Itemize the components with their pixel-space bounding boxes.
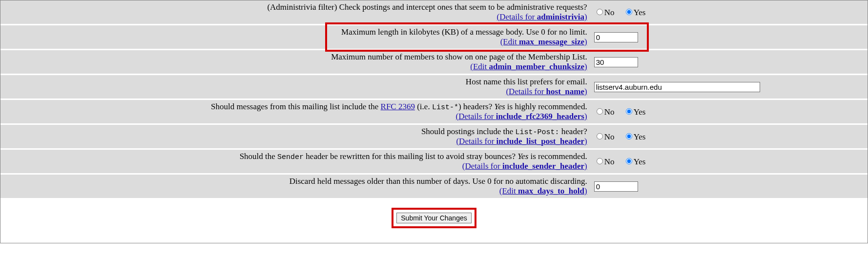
radio-senderhdr-yes[interactable]: [626, 158, 632, 164]
input-max-days-to-hold[interactable]: [594, 181, 638, 192]
row-admin-member-chunksize: Maximum number of members to show on one…: [0, 50, 868, 74]
label-administrivia: (Administrivia filter) Check postings an…: [267, 2, 587, 12]
input-admin-member-chunksize[interactable]: [594, 57, 638, 67]
row-include-sender-header: Should the Sender header be rewritten fo…: [0, 150, 868, 173]
row-administrivia: (Administrivia filter) Check postings an…: [0, 0, 868, 24]
label-max-days-to-hold: Discard held messages older than this nu…: [289, 177, 587, 186]
edit-admin-member-chunksize[interactable]: (Edit admin_member_chunksize): [470, 62, 587, 71]
label-include-rfc2369-headers: Should messages from this mailing list i…: [211, 102, 587, 111]
input-host-name[interactable]: [594, 82, 760, 92]
row-include-rfc2369-headers: Should messages from this mailing list i…: [0, 100, 868, 123]
radio-listpost-yes[interactable]: [626, 133, 632, 139]
row-max-message-size: Maximum length in kilobytes (KB) of a me…: [0, 25, 868, 49]
label-admin-member-chunksize: Maximum number of members to show on one…: [331, 52, 587, 61]
details-administrivia[interactable]: (Details for administrivia): [497, 12, 587, 21]
radio-senderhdr-no[interactable]: [597, 158, 603, 164]
input-max-message-size[interactable]: [594, 32, 638, 42]
radio-listpost-no[interactable]: [597, 133, 603, 139]
row-host-name: Host name this list prefers for email. (…: [0, 75, 868, 99]
details-include-list-post-header[interactable]: (Details for include_list_post_header): [456, 137, 587, 146]
row-include-list-post-header: Should postings include the List-Post: h…: [0, 125, 868, 148]
details-include-rfc2369-headers[interactable]: (Details for include_rfc2369_headers): [456, 112, 587, 121]
label-host-name: Host name this list prefers for email.: [466, 77, 587, 86]
radio-label-no: No: [604, 8, 615, 17]
radio-rfc2369-no[interactable]: [597, 108, 603, 115]
submit-button[interactable]: [396, 213, 471, 223]
radio-label-yes: Yes: [634, 8, 646, 17]
label-include-sender-header: Should the Sender header be rewritten fo…: [240, 152, 587, 161]
radio-rfc2369-yes[interactable]: [626, 108, 632, 115]
radio-administrivia-yes[interactable]: [626, 9, 632, 15]
edit-max-message-size[interactable]: (Edit max_message_size): [500, 37, 587, 46]
radio-administrivia-no[interactable]: [597, 9, 603, 15]
details-include-sender-header[interactable]: (Details for include_sender_header): [462, 161, 587, 171]
edit-max-days-to-hold[interactable]: (Edit max_days_to_hold): [499, 186, 587, 196]
label-include-list-post-header: Should postings include the List-Post: h…: [421, 127, 587, 136]
rfc2369-link[interactable]: RFC 2369: [381, 102, 415, 111]
label-max-message-size: Maximum length in kilobytes (KB) of a me…: [341, 27, 587, 37]
details-host-name[interactable]: (Details for host_name): [506, 87, 587, 96]
row-max-days-to-hold: Discard held messages older than this nu…: [0, 175, 868, 198]
